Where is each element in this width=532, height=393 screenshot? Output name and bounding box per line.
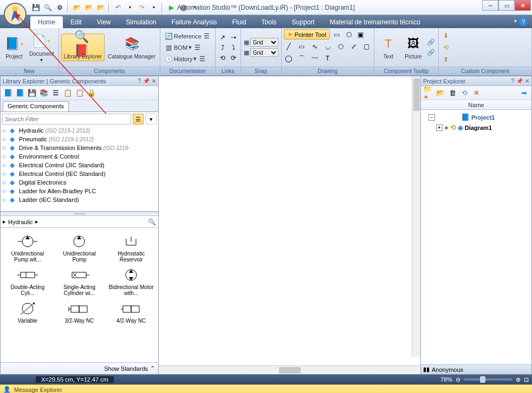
rect-icon[interactable]: ▭	[297, 42, 307, 51]
redo-dropdown[interactable]: ▾	[148, 2, 159, 13]
menu-dropdown-icon[interactable]: ▾	[514, 18, 517, 24]
document-button[interactable]: 📄✦Document▾	[27, 31, 56, 64]
comp-double-cylinder[interactable]: Double-Acting Cyli...	[3, 266, 53, 297]
custom1-icon[interactable]: ⬇	[441, 31, 451, 41]
custom2-icon[interactable]: ⟲	[441, 43, 451, 53]
close-button[interactable]: ✕	[515, 0, 531, 11]
diagram-node[interactable]: +●⟲◈Diagram1	[423, 122, 529, 133]
tab-material[interactable]: Material de treinamento técnico	[322, 16, 428, 28]
book-blue-icon[interactable]: 📘	[3, 88, 14, 99]
project-button[interactable]: 📘✦Project	[2, 34, 26, 61]
maximize-button[interactable]: ▭	[498, 0, 515, 11]
search-input[interactable]	[2, 114, 131, 125]
close-panel-icon[interactable]: ✕	[152, 78, 156, 84]
project-node[interactable]: −📘Project1	[423, 112, 529, 122]
snap-select-1[interactable]: Grid	[250, 38, 278, 47]
resize-icon[interactable]: ⤢	[349, 42, 359, 51]
link3-icon[interactable]: ⤴	[218, 43, 228, 53]
shape-hex-icon[interactable]: ⬡	[344, 30, 354, 40]
book-blue2-icon[interactable]: 📘	[15, 88, 25, 99]
comp-variable[interactable]: Variable	[3, 299, 53, 325]
curve-icon[interactable]: ∿	[310, 42, 320, 51]
play-icon[interactable]: ▶	[166, 2, 177, 13]
pin-icon[interactable]: 📌	[143, 78, 150, 84]
qat-open2-icon[interactable]: 📂	[83, 2, 94, 13]
save-icon[interactable]: 💾	[27, 88, 37, 99]
tab-failure-analysis[interactable]: Failure Analysis	[164, 16, 225, 28]
breadcrumb-arrow-icon[interactable]: ▸	[3, 218, 6, 225]
link5-icon[interactable]: ⟲	[218, 53, 228, 63]
close-panel-icon[interactable]: ✕	[525, 78, 529, 84]
tooltip-text-button[interactable]: TText	[377, 34, 400, 61]
zoom-out-icon[interactable]: ⊖	[456, 376, 460, 383]
history-button[interactable]: 🕓History ▾ ☰	[163, 54, 213, 64]
lib-tab-generic[interactable]: Generic Components	[3, 101, 69, 112]
tree-item-drive[interactable]: ▷◆Drive & Transmission Elements (ISO 121…	[1, 143, 158, 152]
comp-single-cylinder[interactable]: Single-Acting Cylinder wi...	[55, 266, 105, 297]
tooltip-link2-icon[interactable]: 🔗	[426, 48, 436, 57]
library-explorer-button[interactable]: 🔍📕Library Explorer	[61, 34, 105, 61]
diagram-canvas[interactable]	[159, 76, 420, 365]
grid-icon[interactable]: ▦	[244, 39, 249, 46]
help-icon[interactable]: ?	[519, 17, 528, 26]
search-options-button[interactable]: ☰	[133, 114, 144, 125]
search-dropdown-button[interactable]: ▾	[146, 114, 157, 125]
tree-item-iec[interactable]: ▷◆Electrical Control (IEC Standard)	[1, 169, 158, 178]
polygon-icon[interactable]: ⬠	[336, 42, 346, 51]
breadcrumb-text[interactable]: Hydraulic	[8, 219, 33, 225]
tab-tools[interactable]: Tools	[254, 16, 284, 28]
catalogue-manager-button[interactable]: 📚Catalogue Manager	[106, 34, 158, 61]
send-back-icon[interactable]: ▢	[362, 42, 372, 51]
comp-32valve[interactable]: 3/2-Way NC	[55, 299, 105, 325]
ellipse-icon[interactable]: ◯	[284, 54, 294, 63]
comp-42valve[interactable]: 4/2-Way NC	[106, 299, 156, 325]
qat-open-icon[interactable]: 📂	[72, 2, 82, 13]
link1-icon[interactable]: ↗	[218, 32, 228, 42]
comp-bi-motor[interactable]: Bidirectional Motor with...	[106, 266, 156, 297]
tree-item-hydraulic[interactable]: ▷◆Hydraulic (ISO 1219-1:2012)	[1, 126, 158, 135]
tab-home[interactable]: Home	[30, 16, 63, 28]
forward-icon[interactable]: ➡	[518, 88, 529, 99]
tree-item-pneumatic[interactable]: ▷◆Pneumatic (ISO 1219-1:2012)	[1, 135, 158, 143]
qat-gear-icon[interactable]: ⚙	[54, 2, 65, 13]
help-icon[interactable]: ?	[511, 78, 514, 84]
undo-dropdown[interactable]: ▾	[125, 2, 135, 13]
line-icon[interactable]: ╱	[284, 42, 294, 51]
library-tree[interactable]: ▷◆Hydraulic (ISO 1219-1:2012) ▷◆Pneumati…	[1, 126, 158, 212]
app-icon[interactable]	[2, 1, 28, 27]
vertical-scrollbar[interactable]	[412, 76, 420, 357]
tree-item-jic[interactable]: ▷◆Electrical Control (JIC Standard)	[1, 161, 158, 169]
text-icon[interactable]: T	[323, 54, 333, 63]
horizontal-scrollbar[interactable]	[159, 365, 420, 374]
qat-search-icon[interactable]: 🔍	[42, 2, 53, 13]
qat-save-icon[interactable]: 💾	[30, 2, 41, 13]
arc-icon[interactable]: ◡	[323, 42, 333, 51]
proj-column-header[interactable]: Name	[421, 100, 531, 110]
bom-button[interactable]: ▥BOM ▾ ☰	[163, 42, 213, 53]
redo-icon[interactable]: ↷	[137, 2, 147, 13]
search-icon[interactable]: 🔍	[148, 218, 156, 226]
book-dark-icon[interactable]: 📚	[38, 88, 49, 99]
tab-edit[interactable]: Edit	[63, 16, 89, 28]
tree-item-digital[interactable]: ▷◆Digital Electronics	[1, 178, 158, 187]
snap-select-2[interactable]: Grid	[250, 48, 278, 57]
undo-icon[interactable]: ↶	[113, 2, 124, 13]
close-proj-icon[interactable]: ✕	[471, 88, 482, 99]
tree-item-ladder-iec[interactable]: ▷◆Ladder (IEC Standard)	[1, 195, 158, 204]
form2-icon[interactable]: 📋	[74, 88, 85, 99]
zoom-slider[interactable]	[464, 378, 512, 381]
tooltip-link-icon[interactable]: 🔗	[426, 37, 436, 47]
pointer-tool-button[interactable]: ➤Pointer Tool	[284, 29, 330, 40]
bring-front-icon[interactable]: ▣	[356, 30, 366, 40]
custom3-icon[interactable]: ⬆	[441, 55, 451, 64]
tab-fluid[interactable]: Fluid	[225, 16, 254, 28]
splitter[interactable]: ••••••••••	[1, 212, 158, 216]
qat-open3-icon[interactable]: 📂	[95, 2, 106, 13]
tooltip-picture-button[interactable]: 🖼Picture	[401, 34, 425, 61]
tab-support[interactable]: Support	[284, 16, 322, 28]
grid2-icon[interactable]: ▦	[244, 49, 249, 56]
comp-reservoir[interactable]: Hydrostatic Reservoir	[106, 232, 156, 264]
minimize-button[interactable]: ─	[482, 0, 498, 11]
list-icon[interactable]: ☰	[50, 88, 61, 99]
link4-icon[interactable]: ⤵	[229, 43, 238, 53]
